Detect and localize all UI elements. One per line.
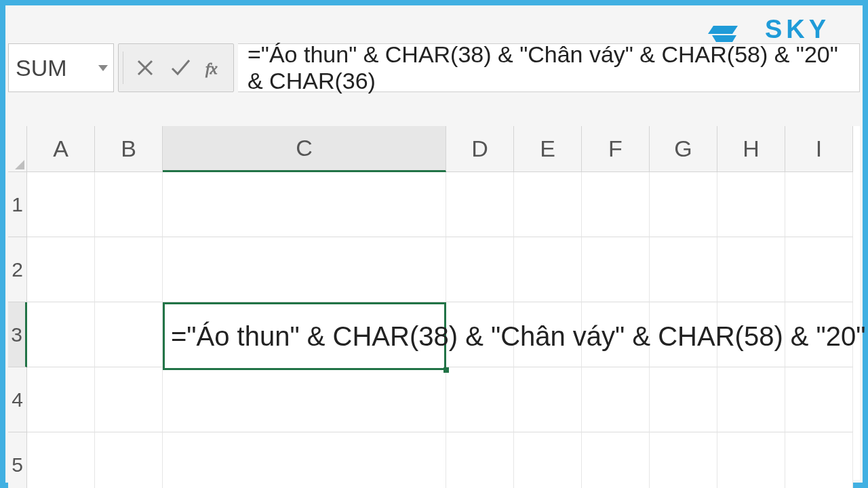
cell-H4[interactable] — [717, 367, 785, 432]
cell-B4[interactable] — [95, 367, 163, 432]
insert-function-button[interactable]: fx — [198, 45, 233, 91]
row-4: 4 — [8, 367, 860, 432]
cell-C4[interactable] — [163, 367, 446, 432]
cell-H5[interactable] — [717, 432, 785, 488]
cell-C5[interactable] — [163, 432, 446, 488]
cell-F2[interactable] — [582, 237, 650, 302]
cell-H2[interactable] — [717, 237, 785, 302]
column-header-F[interactable]: F — [582, 126, 650, 172]
cell-edit-overlay[interactable]: ="Áo thun" & CHAR(38) & "Chân váy" & CHA… — [165, 304, 868, 369]
cell-B5[interactable] — [95, 432, 163, 488]
dropdown-icon[interactable] — [97, 62, 109, 74]
cell-F1[interactable] — [582, 172, 650, 237]
cell-G5[interactable] — [650, 432, 717, 488]
cell-A4[interactable] — [27, 367, 95, 432]
app-frame: SKY COMPUTER SUM — [0, 0, 868, 488]
column-header-A[interactable]: A — [27, 126, 95, 172]
cell-I2[interactable] — [785, 237, 853, 302]
column-header-C[interactable]: C — [163, 126, 446, 172]
formula-buttons: fx — [118, 43, 234, 92]
cell-F4[interactable] — [582, 367, 650, 432]
cell-D1[interactable] — [446, 172, 514, 237]
spreadsheet-grid[interactable]: A B C D E F G H I 1 — [8, 126, 860, 480]
cell-E4[interactable] — [514, 367, 582, 432]
select-all-corner[interactable] — [8, 126, 27, 172]
column-header-B[interactable]: B — [95, 126, 163, 172]
cell-A1[interactable] — [27, 172, 95, 237]
row-header-4[interactable]: 4 — [8, 367, 27, 432]
column-header-H[interactable]: H — [717, 126, 785, 172]
svg-marker-0 — [708, 26, 738, 34]
column-headers: A B C D E F G H I — [8, 126, 860, 172]
formula-bar: SUM — [8, 42, 860, 94]
cell-C2[interactable] — [163, 237, 446, 302]
cell-E1[interactable] — [514, 172, 582, 237]
column-header-G[interactable]: G — [650, 126, 717, 172]
row-header-1[interactable]: 1 — [8, 172, 27, 237]
row-header-2[interactable]: 2 — [8, 237, 27, 302]
name-box[interactable]: SUM — [8, 43, 114, 92]
row-2: 2 — [8, 237, 860, 302]
cell-G4[interactable] — [650, 367, 717, 432]
cell-B2[interactable] — [95, 237, 163, 302]
cell-G2[interactable] — [650, 237, 717, 302]
cell-D5[interactable] — [446, 432, 514, 488]
cell-I5[interactable] — [785, 432, 853, 488]
cell-G1[interactable] — [650, 172, 717, 237]
cell-I4[interactable] — [785, 367, 853, 432]
formula-text: ="Áo thun" & CHAR(38) & "Chân váy" & CHA… — [248, 41, 850, 94]
name-box-value: SUM — [16, 55, 67, 81]
x-icon — [135, 58, 155, 78]
column-header-E[interactable]: E — [514, 126, 582, 172]
check-icon — [169, 56, 192, 79]
cell-F5[interactable] — [582, 432, 650, 488]
fx-icon: fx — [204, 56, 227, 79]
excel-app: SKY COMPUTER SUM — [5, 5, 863, 483]
cell-D2[interactable] — [446, 237, 514, 302]
divider — [123, 52, 123, 84]
cell-B1[interactable] — [95, 172, 163, 237]
cell-I1[interactable] — [785, 172, 853, 237]
cell-E2[interactable] — [514, 237, 582, 302]
cell-edit-text: ="Áo thun" & CHAR(38) & "Chân váy" & CHA… — [171, 321, 868, 352]
logo-top: SKY — [765, 16, 830, 42]
cancel-button[interactable] — [127, 45, 163, 91]
column-header-I[interactable]: I — [785, 126, 853, 172]
cell-C1[interactable] — [163, 172, 446, 237]
cell-H1[interactable] — [717, 172, 785, 237]
row-5: 5 — [8, 432, 860, 488]
row-1: 1 — [8, 172, 860, 237]
formula-input[interactable]: ="Áo thun" & CHAR(38) & "Chân váy" & CHA… — [238, 43, 860, 92]
row-header-5[interactable]: 5 — [8, 432, 27, 488]
svg-marker-3 — [98, 65, 108, 71]
cell-A3[interactable] — [27, 302, 95, 367]
column-header-D[interactable]: D — [446, 126, 514, 172]
cell-A5[interactable] — [27, 432, 95, 488]
row-header-3[interactable]: 3 — [8, 302, 27, 367]
cell-D4[interactable] — [446, 367, 514, 432]
enter-button[interactable] — [163, 45, 198, 91]
cell-B3[interactable] — [95, 302, 163, 367]
svg-text:fx: fx — [205, 60, 218, 77]
cell-A2[interactable] — [27, 237, 95, 302]
cell-E5[interactable] — [514, 432, 582, 488]
